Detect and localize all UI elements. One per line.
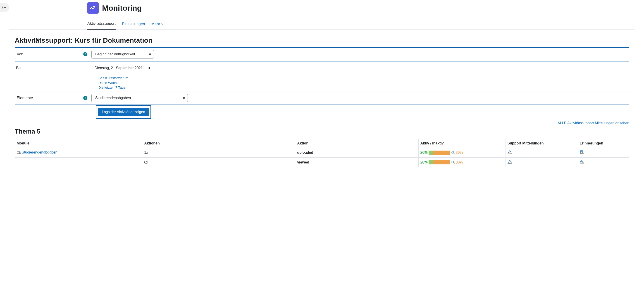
cell-aktiv-inaktiv: 20%80% <box>418 148 506 158</box>
magnify-icon[interactable] <box>451 161 455 164</box>
help-icon[interactable]: ? <box>83 52 87 56</box>
cell-erinnerungen <box>578 148 629 158</box>
cell-aktiv-inaktiv: 20%80% <box>418 158 506 167</box>
svg-rect-26 <box>510 163 510 163</box>
select-caret-icon <box>148 67 150 69</box>
cell-support <box>506 148 578 158</box>
select-value: Studierendenabgaben <box>95 96 131 100</box>
drawer-toggle[interactable] <box>0 4 9 12</box>
th-module: Module <box>15 139 142 148</box>
section-title: Thema 5 <box>15 128 629 135</box>
cell-module <box>15 158 142 167</box>
select-caret-icon <box>149 53 151 55</box>
svg-point-32 <box>582 162 584 164</box>
page-title: Monitoring <box>102 4 142 13</box>
svg-point-16 <box>510 153 512 154</box>
select-bis[interactable]: Dienstag, 21 September 2021 <box>91 64 153 72</box>
row-von: Von ? Beginn der Verfügbarkeit <box>15 47 629 61</box>
th-aktion: Aktion <box>295 139 418 148</box>
clock-icon[interactable] <box>580 150 584 154</box>
form-heading: Aktivitätssupport: Kurs für Dokumentatio… <box>15 37 629 44</box>
inactive-pct: 80% <box>456 160 463 164</box>
th-aktiv: Aktiv / Inaktiv <box>418 139 506 148</box>
clock-icon[interactable] <box>580 160 584 164</box>
cell-support <box>506 158 578 167</box>
tab-mehr[interactable]: Mehr <box>152 19 164 30</box>
svg-rect-3 <box>4 7 6 8</box>
all-notifications-link[interactable]: ALLE Aktivitätssupport Mitteilungen anse… <box>558 121 629 125</box>
activity-bar <box>428 160 450 164</box>
quick-links: Seit Kursstartdatum Diese Woche Die letz… <box>98 75 629 91</box>
tab-aktivitaetssupport[interactable]: Aktivitätssupport <box>87 19 116 30</box>
select-value: Beginn der Verfügbarkeit <box>95 52 135 56</box>
tab-label: Aktivitätssupport <box>87 21 116 26</box>
assignment-icon <box>17 150 21 155</box>
svg-point-27 <box>510 162 512 164</box>
cell-aktionen: 6x <box>142 158 295 167</box>
row-bis: Bis Dienstag, 21 September 2021 <box>15 61 629 75</box>
chevron-down-icon <box>161 23 164 25</box>
tab-einstellungen[interactable]: Einstellungen <box>122 19 145 30</box>
monitoring-icon <box>87 2 99 14</box>
table-row: 6xviewed20%80% <box>15 158 629 167</box>
cell-erinnerungen <box>578 158 629 167</box>
th-aktionen: Aktionen <box>142 139 295 148</box>
select-value: Dienstag, 21 September 2021 <box>94 66 143 70</box>
label-elemente: Elemente <box>17 96 33 100</box>
svg-point-2 <box>2 7 3 8</box>
svg-point-0 <box>2 6 3 7</box>
module-link[interactable]: Studierendenabgaben <box>22 150 57 154</box>
svg-point-21 <box>582 153 584 154</box>
quicklink-diese-woche[interactable]: Diese Woche <box>98 80 629 85</box>
svg-point-13 <box>454 153 454 154</box>
th-support: Support Mitteilungen <box>506 139 578 148</box>
inactive-pct: 80% <box>456 151 463 155</box>
svg-rect-8 <box>18 152 19 153</box>
svg-point-10 <box>20 153 20 153</box>
svg-rect-5 <box>4 9 6 9</box>
warning-icon[interactable] <box>508 160 512 164</box>
svg-rect-1 <box>4 6 6 6</box>
label-bis: Bis <box>16 66 22 70</box>
label-von: Von <box>17 52 23 56</box>
cell-aktionen: 1x <box>142 148 295 158</box>
active-pct: 20% <box>420 151 428 155</box>
activity-table: Module Aktionen Aktion Aktiv / Inaktiv S… <box>15 139 629 167</box>
svg-rect-14 <box>510 152 510 153</box>
tabs: Aktivitätssupport Einstellungen Mehr <box>87 19 635 30</box>
magnify-icon[interactable] <box>451 151 455 155</box>
svg-point-4 <box>2 9 3 9</box>
th-erinnerungen: Erinnerungen <box>578 139 629 148</box>
row-submit: Logs der Aktivität anzeigen <box>96 105 151 119</box>
activity-bar <box>428 151 450 155</box>
quicklink-7-tage[interactable]: Die letzten 7 Tage <box>98 85 629 90</box>
row-elemente: Elemente ? Studierendenabgaben <box>15 91 629 105</box>
cell-aktion: uploaded <box>295 148 418 158</box>
select-elemente[interactable]: Studierendenabgaben <box>92 94 188 102</box>
svg-rect-25 <box>510 161 510 162</box>
quicklink-kursstart[interactable]: Seit Kursstartdatum <box>98 76 629 80</box>
tab-label: Mehr <box>152 22 160 26</box>
help-icon[interactable]: ? <box>83 96 87 100</box>
svg-point-24 <box>454 163 454 164</box>
svg-point-11 <box>452 151 454 153</box>
warning-icon[interactable] <box>508 150 512 154</box>
cell-aktion: viewed <box>295 158 418 167</box>
submit-button[interactable]: Logs der Aktivität anzeigen <box>98 108 149 116</box>
select-von[interactable]: Beginn der Verfügbarkeit <box>92 50 154 59</box>
svg-rect-15 <box>510 153 510 153</box>
svg-point-22 <box>452 161 454 163</box>
svg-rect-7 <box>18 152 19 152</box>
cell-module: Studierendenabgaben <box>15 148 142 158</box>
table-row: Studierendenabgaben1xuploaded20%80% <box>15 148 629 158</box>
active-pct: 20% <box>420 160 428 164</box>
select-caret-icon <box>183 97 185 99</box>
tab-label: Einstellungen <box>122 22 145 26</box>
